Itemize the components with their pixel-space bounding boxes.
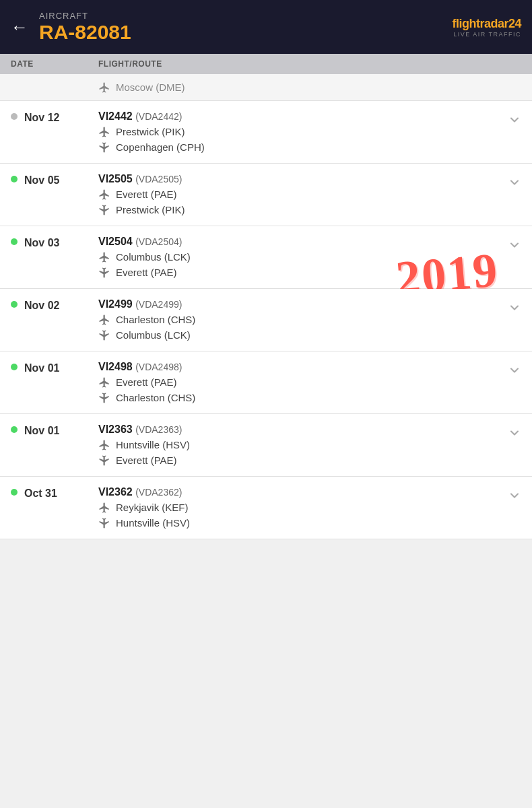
departure-airport: Prestwick (PIK) [116, 126, 185, 137]
departure-airport: Huntsville (HSV) [116, 439, 190, 450]
flight-date: Nov 02 [24, 298, 98, 312]
flight-row[interactable]: Nov 12 VI2442 (VDA2442) Prestwick (PIK) … [0, 101, 532, 164]
land-icon [98, 516, 110, 529]
brand-sub: LIVE AIR TRAFFIC [453, 31, 521, 38]
takeoff-icon [98, 376, 110, 389]
land-icon [98, 203, 110, 216]
departure-line: Reykjavik (KEF) [98, 501, 508, 514]
status-dot [11, 364, 18, 370]
takeoff-icon [98, 250, 110, 263]
flight-row[interactable]: Nov 03 VI2504 (VDA2504) Columbus (LCK) E… [0, 226, 532, 289]
departure-line: Huntsville (HSV) [98, 438, 508, 451]
flight-date: Nov 01 [24, 424, 98, 437]
arrival-line: Charleston (CHS) [98, 391, 508, 404]
flight-route: VI2505 (VDA2505) Everett (PAE) Prestwick… [98, 173, 508, 216]
flight-number-line: VI2504 (VDA2504) [98, 236, 508, 248]
departure-line: Columbus (LCK) [98, 250, 508, 263]
flight-route: VI2498 (VDA2498) Everett (PAE) Charlesto… [98, 361, 508, 404]
flight-code: (VDA2499) [135, 299, 182, 310]
arrival-airport: Huntsville (HSV) [116, 517, 190, 529]
departure-airport: Charleston (CHS) [116, 314, 195, 325]
flight-number: VI2504 [98, 236, 133, 247]
flight-number: VI2362 [98, 486, 133, 498]
takeoff-icon [98, 313, 110, 326]
column-headers: DATE FLIGHT/ROUTE [0, 54, 532, 74]
arrival-airport: Everett (PAE) [116, 454, 177, 466]
status-dot [11, 426, 18, 433]
departure-line: Prestwick (PIK) [98, 125, 508, 138]
land-icon [98, 81, 110, 94]
status-dot-col [11, 361, 24, 370]
flight-number-line: VI2362 (VDA2362) [98, 486, 508, 498]
flight-row[interactable]: Nov 05 VI2505 (VDA2505) Everett (PAE) Pr… [0, 164, 532, 226]
flight-number-line: VI2499 (VDA2499) [98, 298, 508, 310]
land-icon [98, 391, 110, 404]
expand-chevron[interactable] [508, 424, 521, 440]
arrival-airport: Everett (PAE) [116, 267, 177, 278]
flight-code: (VDA2442) [135, 111, 182, 122]
expand-chevron[interactable] [508, 361, 521, 377]
arrival-line: Everett (PAE) [98, 454, 508, 467]
flight-route: VI2362 (VDA2362) Reykjavik (KEF) Huntsvi… [98, 486, 508, 529]
flight-route: VI2442 (VDA2442) Prestwick (PIK) Copenha… [98, 110, 508, 154]
flight-date: Nov 05 [24, 173, 98, 187]
flight-code: (VDA2505) [135, 174, 182, 184]
brand-logo: flightradar24 LIVE AIR TRAFFIC [452, 17, 521, 38]
arrival-airport: Prestwick (PIK) [116, 204, 185, 215]
brand-name: flightradar24 [452, 17, 521, 31]
expand-chevron[interactable] [508, 486, 521, 502]
takeoff-icon [98, 501, 110, 514]
flight-number-line: VI2363 (VDA2363) [98, 424, 508, 436]
departure-airport: Everett (PAE) [116, 189, 177, 200]
departure-line: Everett (PAE) [98, 188, 508, 201]
flight-code: (VDA2504) [135, 236, 182, 247]
takeoff-icon [98, 188, 110, 201]
flight-route: VI2499 (VDA2499) Charleston (CHS) Columb… [98, 298, 508, 341]
land-icon [98, 266, 110, 279]
flight-row[interactable]: Nov 01 VI2363 (VDA2363) Huntsville (HSV)… [0, 414, 532, 477]
expand-chevron[interactable] [508, 173, 521, 189]
expand-chevron[interactable] [508, 236, 521, 252]
status-dot-col [11, 298, 24, 308]
flight-code: (VDA2498) [135, 362, 182, 372]
arrival-line: Copenhagen (CPH) [98, 141, 508, 154]
status-dot-col [11, 110, 24, 120]
date-column-header: DATE [11, 59, 98, 69]
expand-chevron[interactable] [508, 110, 521, 127]
flight-number-line: VI2505 (VDA2505) [98, 173, 508, 185]
flight-date: Oct 31 [24, 486, 98, 500]
route-column-header: FLIGHT/ROUTE [98, 59, 521, 69]
flight-code: (VDA2363) [135, 424, 182, 435]
flight-row[interactable]: Nov 02 VI2499 (VDA2499) Charleston (CHS)… [0, 289, 532, 351]
aircraft-id: RA-82081 [39, 21, 131, 43]
partial-airport: Moscow (DME) [116, 81, 185, 93]
flight-number: VI2498 [98, 361, 133, 372]
status-dot [11, 176, 18, 182]
flight-row[interactable]: Oct 31 VI2362 (VDA2362) Reykjavik (KEF) … [0, 477, 532, 539]
flight-number: VI2363 [98, 424, 133, 435]
status-dot [11, 301, 18, 308]
arrival-line: Everett (PAE) [98, 266, 508, 279]
status-dot [11, 113, 18, 120]
arrival-line: Huntsville (HSV) [98, 516, 508, 529]
partial-flight-row: Moscow (DME) [0, 74, 532, 101]
arrival-line: Prestwick (PIK) [98, 203, 508, 216]
flights-list: Nov 12 VI2442 (VDA2442) Prestwick (PIK) … [0, 101, 532, 539]
departure-line: Charleston (CHS) [98, 313, 508, 326]
app-header: ← AIRCRAFT RA-82081 flightradar24 LIVE A… [0, 0, 532, 54]
flight-number-line: VI2442 (VDA2442) [98, 110, 508, 123]
land-icon [98, 329, 110, 341]
flight-route: VI2363 (VDA2363) Huntsville (HSV) Everet… [98, 424, 508, 467]
arrival-airport: Columbus (LCK) [116, 329, 191, 341]
takeoff-icon [98, 125, 110, 138]
flight-date: Nov 01 [24, 361, 98, 374]
back-button[interactable]: ← [11, 18, 28, 36]
flight-date: Nov 12 [24, 110, 98, 124]
takeoff-icon [98, 438, 110, 451]
flight-row[interactable]: Nov 01 VI2498 (VDA2498) Everett (PAE) Ch… [0, 351, 532, 414]
flight-date: Nov 03 [24, 236, 98, 249]
status-dot [11, 489, 18, 496]
land-icon [98, 141, 110, 154]
expand-chevron[interactable] [508, 298, 521, 314]
flight-route: VI2504 (VDA2504) Columbus (LCK) Everett … [98, 236, 508, 279]
